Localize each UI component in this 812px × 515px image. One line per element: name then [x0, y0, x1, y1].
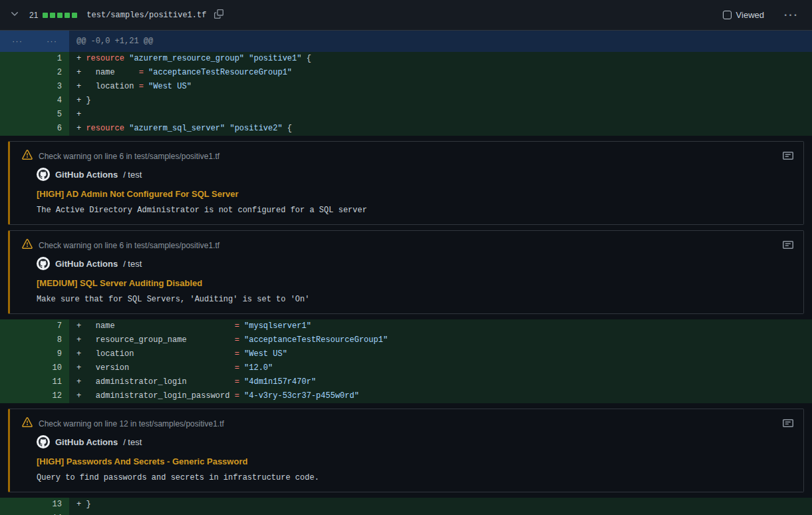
code-token-s: "azurerm_sql_server" [129, 124, 225, 133]
check-name[interactable]: / test [123, 437, 142, 447]
old-line-number[interactable] [0, 52, 35, 66]
tool-name[interactable]: GitHub Actions [55, 259, 118, 269]
old-line-number[interactable] [0, 498, 35, 512]
code-token-k: = [235, 349, 239, 359]
code-content: + } [69, 498, 91, 512]
hunk-gutter: ··· ··· [0, 31, 69, 52]
check-name[interactable]: / test [123, 170, 142, 180]
code-content: + location = "West US" [69, 347, 287, 361]
annotation-header-text: Check warning on line 6 in test/samples/… [39, 152, 219, 161]
code-content: + [69, 512, 81, 515]
diff-add-marker: + [76, 124, 86, 133]
old-line-number[interactable] [0, 108, 35, 122]
warning-icon [22, 150, 33, 162]
diff-code-block: 13+ }14+ [0, 498, 812, 515]
new-line-number[interactable]: 2 [35, 66, 69, 80]
code-token-k: = [235, 321, 239, 331]
old-line-number[interactable] [0, 512, 35, 515]
hide-annotation-icon [783, 153, 793, 163]
diff-add-marker: + [76, 349, 86, 359]
code-token-p: name [86, 68, 138, 77]
file-path[interactable]: test/samples/positive1.tf [86, 11, 206, 20]
new-line-number[interactable]: 13 [35, 498, 69, 512]
annotation-header: Check warning on line 6 in test/samples/… [22, 150, 793, 162]
expand-hunk-button[interactable]: ··· [0, 31, 35, 52]
expand-hunk-button[interactable]: ··· [35, 31, 69, 52]
old-line-number[interactable] [0, 361, 35, 375]
annotation-tool-row: GitHub Actions / test [37, 168, 793, 181]
new-line-number[interactable]: 14 [35, 512, 69, 515]
old-line-number[interactable] [0, 80, 35, 94]
tool-name[interactable]: GitHub Actions [55, 437, 118, 447]
tool-name[interactable]: GitHub Actions [55, 170, 118, 180]
diff-add-marker: + [76, 68, 86, 77]
annotation-header-text: Check warning on line 12 in test/samples… [39, 419, 224, 429]
code-token-p [239, 321, 244, 331]
old-line-number[interactable] [0, 389, 35, 403]
diff-code-block: 7+ name = "mysqlserver1"8+ resource_grou… [0, 319, 812, 403]
annotation-title: [MEDIUM] SQL Server Auditing Disabled [37, 278, 793, 288]
diff-add-marker: + [76, 110, 81, 119]
new-line-number[interactable]: 1 [35, 52, 69, 66]
diff-added-line: 2+ name = "acceptanceTestResourceGroup1" [0, 66, 812, 80]
code-token-p: location [86, 349, 234, 359]
code-content: + resource "azurerm_resource_group" "pos… [69, 52, 311, 66]
new-line-number[interactable]: 7 [35, 319, 69, 333]
code-token-p: administrator_login_password [86, 391, 234, 401]
hunk-header-text: @@ -0,0 +1,21 @@ [69, 31, 153, 52]
diff-add-marker: + [76, 363, 86, 373]
hide-annotation-button[interactable] [781, 238, 795, 254]
code-token-k: = [235, 363, 239, 373]
code-token-s: "12.0" [244, 363, 273, 373]
old-line-number[interactable] [0, 94, 35, 108]
code-token-s: "West US" [244, 349, 287, 359]
code-token-s: "acceptanceTestResourceGroup1" [148, 68, 292, 77]
code-token-p: location [86, 82, 138, 91]
hide-annotation-icon [783, 421, 793, 430]
hide-annotation-button[interactable] [781, 417, 795, 432]
diff-added-line: 1+ resource "azurerm_resource_group" "po… [0, 52, 812, 66]
code-token-p: } [86, 96, 90, 105]
hunk-header-row: ··· ··· @@ -0,0 +1,21 @@ [0, 31, 812, 52]
code-token-k: = [235, 391, 239, 401]
new-line-number[interactable]: 8 [35, 333, 69, 347]
new-line-number[interactable]: 11 [35, 375, 69, 389]
diffstat: 21 [29, 11, 77, 20]
old-line-number[interactable] [0, 122, 35, 136]
annotation-header: Check warning on line 6 in test/samples/… [22, 239, 793, 252]
new-line-number[interactable]: 6 [35, 122, 69, 136]
new-line-number[interactable]: 10 [35, 361, 69, 375]
hide-annotation-button[interactable] [781, 149, 795, 164]
code-token-p: { [283, 124, 292, 133]
code-token-k: = [235, 335, 239, 345]
file-options-button[interactable]: ··· [781, 9, 801, 22]
code-token-p: resource_group_name [86, 335, 234, 345]
new-line-number[interactable]: 9 [35, 347, 69, 361]
viewed-checkbox[interactable] [723, 11, 732, 19]
new-line-number[interactable]: 5 [35, 108, 69, 122]
github-logo-icon [37, 168, 50, 181]
code-content: + [69, 108, 81, 122]
diffstat-block [50, 13, 55, 18]
old-line-number[interactable] [0, 375, 35, 389]
code-token-p [239, 377, 244, 387]
github-logo-icon [37, 257, 50, 270]
diffstat-block [43, 13, 48, 18]
new-line-number[interactable]: 4 [35, 94, 69, 108]
old-line-number[interactable] [0, 66, 35, 80]
copy-path-button[interactable] [211, 7, 226, 23]
new-line-number[interactable]: 12 [35, 389, 69, 403]
diffstat-block [65, 13, 70, 18]
code-token-s: "4dm1n157r470r" [244, 377, 316, 387]
check-name[interactable]: / test [123, 259, 142, 269]
diff-added-line: 8+ resource_group_name = "acceptanceTest… [0, 333, 812, 347]
old-line-number[interactable] [0, 333, 35, 347]
code-token-p: administrator_login [86, 377, 234, 387]
collapse-file-button[interactable] [7, 6, 23, 24]
old-line-number[interactable] [0, 347, 35, 361]
diff-added-line: 5+ [0, 108, 812, 122]
diffstat-block [72, 13, 77, 18]
old-line-number[interactable] [0, 319, 35, 333]
new-line-number[interactable]: 3 [35, 80, 69, 94]
viewed-toggle[interactable]: Viewed [723, 10, 764, 20]
